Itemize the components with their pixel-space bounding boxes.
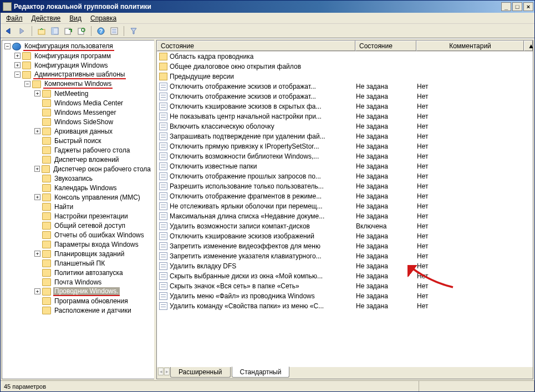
list-row[interactable]: Отключить кэширование эскизов в скрытых … <box>157 101 533 111</box>
list-row[interactable]: Предыдущие версии <box>157 72 533 82</box>
export-button[interactable] <box>62 25 74 37</box>
list-row[interactable]: Скрыть значок «Вся сеть» в папке «Сеть»Н… <box>157 281 533 291</box>
tab-scroll-left[interactable]: ◂ <box>158 368 164 375</box>
tree-item[interactable]: Windows Media Center <box>2 98 154 108</box>
list-row[interactable]: Отключить известные папкиНе заданаНет <box>157 161 533 171</box>
tree-item[interactable]: Диспетчер вложений <box>2 155 154 164</box>
tree-item[interactable]: Календарь Windows <box>2 183 154 192</box>
column-state[interactable]: Состояние <box>355 40 416 51</box>
up-button[interactable] <box>35 25 48 37</box>
tree-item[interactable]: −Административные шаблоны <box>2 70 154 79</box>
expand-icon[interactable]: + <box>14 62 21 68</box>
list-row[interactable]: Удалить меню «Файл» из проводника Window… <box>157 291 533 301</box>
titlebar[interactable]: Редактор локальной групповой политики _ … <box>1 1 534 13</box>
menu-help[interactable]: Справка <box>86 14 121 23</box>
maximize-button[interactable]: □ <box>512 2 522 11</box>
expander-placeholder <box>34 109 40 115</box>
list-body[interactable]: Область кадра проводникаОбщее диалоговое… <box>157 52 533 366</box>
tree-item[interactable]: −Компоненты Windows <box>2 79 154 89</box>
list-row[interactable]: Отключить отображение эскизов и отобража… <box>157 91 533 101</box>
tree-item[interactable]: Звукозапись <box>2 174 154 183</box>
expand-icon[interactable]: + <box>34 90 40 96</box>
expand-icon[interactable]: + <box>34 251 40 257</box>
tree-item[interactable]: +Конфигурация программ <box>2 51 154 60</box>
tree-item[interactable]: Windows SideShow <box>2 117 154 126</box>
expand-icon[interactable]: + <box>34 194 40 200</box>
list-row[interactable]: Отключить прямую привязку к IPropertySet… <box>157 141 533 151</box>
tree-item[interactable]: Найти <box>2 202 154 211</box>
tree-item[interactable]: Windows Messenger <box>2 108 154 117</box>
help-button[interactable]: ? <box>95 25 107 37</box>
list-row[interactable]: Скрыть выбранные диски из окна «Мой комп… <box>157 271 533 281</box>
expand-icon[interactable]: + <box>34 128 40 134</box>
tree-item[interactable]: +Проводник Windows. <box>2 287 154 296</box>
list-row[interactable]: Отключить отображение фрагментов в режим… <box>157 191 533 201</box>
back-button[interactable] <box>3 25 15 37</box>
tab-standard[interactable]: Стандартный <box>232 366 290 378</box>
minimize-button[interactable]: _ <box>501 2 511 11</box>
menu-file[interactable]: Файл <box>2 14 27 23</box>
tree-item[interactable]: Отчеты об ошибках Windows <box>2 230 154 240</box>
tree-item[interactable]: +NetMeeting <box>2 89 154 98</box>
expand-icon[interactable]: + <box>14 53 21 59</box>
list-row[interactable]: Разрешить использование только пользоват… <box>157 181 533 191</box>
list-row[interactable]: Запрашивать подтверждение при удалении ф… <box>157 131 533 141</box>
tree-item-label: Конфигурация Windows <box>33 62 109 69</box>
collapse-icon[interactable]: − <box>4 43 11 49</box>
tree-item[interactable]: Быстрый поиск <box>2 136 154 145</box>
expand-icon[interactable]: + <box>34 166 40 172</box>
properties-button[interactable] <box>108 25 120 37</box>
tree-item[interactable]: Параметры входа Windows <box>2 240 154 249</box>
tab-scroll-right[interactable]: ▸ <box>164 368 170 375</box>
list-row[interactable]: Отключить кэширование эскизов изображени… <box>157 231 533 241</box>
list-row[interactable]: Запретить изменение указателя клавиатурн… <box>157 251 533 261</box>
list-row[interactable]: Отключить отображение эскизов и отобража… <box>157 82 533 91</box>
tree-item[interactable]: +Конфигурация Windows <box>2 60 154 70</box>
column-name[interactable]: Состояние <box>157 40 355 51</box>
forward-button[interactable] <box>16 25 28 37</box>
expand-icon[interactable]: + <box>34 288 40 294</box>
list-row[interactable]: Область кадра проводника <box>157 52 533 62</box>
close-button[interactable]: × <box>523 2 533 11</box>
filter-button[interactable] <box>128 25 140 37</box>
column-comment[interactable]: Комментарий <box>416 40 524 51</box>
list-item-comment: Нет <box>417 182 533 190</box>
list-row[interactable]: Общее диалоговое окно открытия файлов <box>157 62 533 72</box>
tree-item[interactable]: Общий сетевой доступ <box>2 221 154 230</box>
tree-item[interactable]: Расположение и датчики <box>2 306 154 315</box>
tree-item[interactable]: +Консоль управления (ММС) <box>2 192 154 202</box>
tree-item[interactable]: Почта Windows <box>2 277 154 287</box>
list-row[interactable]: Запретить изменение видеоэффектов для ме… <box>157 241 533 251</box>
list-row[interactable]: Не показывать центр начальной настройки … <box>157 111 533 121</box>
tree-item[interactable]: Настройки презентации <box>2 211 154 221</box>
expander-placeholder <box>34 269 40 276</box>
tree-pane[interactable]: −Конфигурация пользователя+Конфигурация … <box>2 40 154 379</box>
policy-icon <box>159 212 167 220</box>
list-row[interactable]: Отключить возможности библиотеки Windows… <box>157 151 533 161</box>
tree-item[interactable]: Гаджеты рабочего стола <box>2 145 154 155</box>
list-row[interactable]: Удалить вкладку DFSНе заданаНет <box>157 261 533 271</box>
list-row[interactable]: Максимальная длина списка «Недавние доку… <box>157 211 533 221</box>
list-item-name: Максимальная длина списка «Недавние доку… <box>170 212 356 220</box>
tree-item[interactable]: +Диспетчер окон рабочего стола <box>2 164 154 174</box>
list-row[interactable]: Удалить команду «Свойства папки» из меню… <box>157 301 533 311</box>
menu-action[interactable]: Действие <box>27 14 65 23</box>
list-row[interactable]: Отключить отображение прошлых запросов п… <box>157 171 533 181</box>
list-row[interactable]: Включить классическую оболочкуНе заданаН… <box>157 121 533 131</box>
list-row[interactable]: Удалить возможности записи компакт-диско… <box>157 221 533 231</box>
collapse-icon[interactable]: − <box>24 81 30 87</box>
tree-item[interactable]: Политики автозапуска <box>2 268 154 277</box>
menu-view[interactable]: Вид <box>65 14 86 23</box>
tree-item[interactable]: +Архивация данных <box>2 126 154 136</box>
collapse-icon[interactable]: − <box>14 72 21 78</box>
tree-item-label: Компоненты Windows <box>43 80 113 89</box>
tab-extended[interactable]: Расширенный <box>170 367 231 378</box>
tree-item[interactable]: −Конфигурация пользователя <box>2 42 154 51</box>
folder-icon <box>42 184 51 192</box>
tree-item[interactable]: Планшетный ПК <box>2 258 154 268</box>
list-row[interactable]: Не отслеживать ярлыки оболочки при перем… <box>157 201 533 211</box>
tree-item[interactable]: +Планировщик заданий <box>2 249 154 258</box>
refresh-button[interactable] <box>75 25 88 37</box>
tree-item[interactable]: Программа обновления <box>2 296 154 306</box>
show-hide-tree-button[interactable] <box>49 25 61 37</box>
